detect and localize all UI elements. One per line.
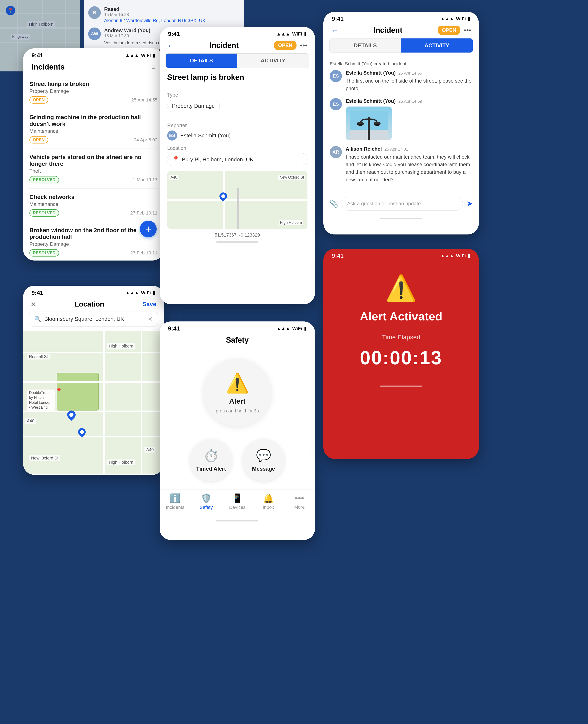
tab-devices-safety-label: Devices	[229, 505, 246, 510]
bg-chat-time1: 15 Mar 15:28	[104, 12, 205, 17]
incidents-title: Incidents	[31, 63, 65, 71]
status-bar-activity: 9:41 ▲▲▲ WiFi ▮	[323, 12, 479, 24]
alert-circle[interactable]: ⚠️ Alert press and hold for 3s	[204, 359, 271, 427]
activity-header: ← Incident OPEN •••	[323, 24, 479, 38]
back-button-activity[interactable]: ←	[331, 26, 338, 35]
location-pin-icon: 📍	[172, 156, 180, 163]
map-road-v2	[103, 331, 105, 474]
attachment-icon[interactable]: 📎	[329, 200, 338, 208]
battery-icon-4: ▮	[468, 16, 470, 22]
detail-body: Street lamp is broken Type Property Dama…	[160, 73, 315, 238]
road-label-a40-2: A40	[145, 447, 155, 453]
status-icons-5: ▲▲▲ WiFi ▮	[276, 326, 307, 331]
incident-item-1[interactable]: Street lamp is broken Property Damage OP…	[29, 76, 158, 109]
send-button[interactable]: ➤	[467, 199, 473, 208]
location-pin-secondary	[82, 436, 89, 443]
map-road-v3	[141, 331, 142, 474]
incident-type-1: Property Damage	[29, 88, 158, 94]
alert-elapsed-label: Time Elapsed	[382, 334, 420, 341]
tab-activity-active[interactable]: ACTIVITY	[401, 38, 473, 53]
type-label: Type	[167, 92, 308, 98]
incident-meta-5: RESOLVED 27 Feb 10:11	[29, 249, 158, 256]
incident-date-2: 24 Apr 8:02	[134, 137, 158, 143]
status-bar-location: 9:41 ▲▲▲ WiFi ▮	[23, 286, 164, 298]
alert-body: ⚠️ Alert Activated Time Elapsed 00:00:13	[323, 261, 479, 381]
message-icon: 💬	[256, 448, 271, 463]
timed-alert-button[interactable]: ⏱️ Timed Alert	[190, 439, 232, 481]
incident-item-2[interactable]: Grinding machine in the production hall …	[29, 109, 158, 149]
location-field-value: Bury Pl, Holborn, London, UK	[182, 156, 253, 163]
search-icon: 🔍	[34, 316, 41, 322]
status-icons-1: ▲▲▲ WiFi ▮	[125, 53, 155, 58]
incident-title-4: Check networks	[29, 194, 158, 201]
map-road-h4	[23, 436, 164, 437]
tab-more-safety[interactable]: ••• More	[284, 493, 315, 510]
msg-2-avatar: ES	[330, 98, 342, 110]
lamp-image	[346, 106, 392, 140]
incident-item-4[interactable]: Check networks Maintenance RESOLVED 27 F…	[29, 189, 158, 222]
back-button-detail[interactable]: ←	[167, 41, 174, 49]
phone-detail: 9:41 ▲▲▲ WiFi ▮ ← Incident OPEN ••• DETA…	[160, 27, 315, 304]
incident-item-5[interactable]: Broken window on the 2nd floor of the pr…	[29, 222, 158, 261]
message-button[interactable]: 💬 Message	[243, 439, 285, 481]
more-icon-activity[interactable]: •••	[464, 26, 471, 35]
road-label-oxford: New Oxford St	[29, 455, 60, 461]
status-time-4: 9:41	[332, 16, 343, 22]
location-pin-main	[71, 419, 80, 427]
battery-icon-3: ▮	[304, 31, 307, 37]
chat-input-field[interactable]: Ask a question or post an update	[342, 196, 463, 210]
tab-details-btn[interactable]: DETAILS	[166, 54, 237, 68]
msg-2-time: 25 Apr 14:59	[398, 99, 422, 104]
wifi-icon-2: WiFi	[141, 290, 151, 296]
more-icon-detail[interactable]: •••	[300, 41, 308, 49]
signal-icon-5: ▲▲▲	[276, 326, 290, 331]
msg-3-name: Allison Reichel	[346, 146, 382, 152]
status-icons-3: ▲▲▲ WiFi ▮	[276, 31, 307, 37]
save-button-location[interactable]: Save	[143, 301, 156, 308]
status-time-3: 9:41	[168, 31, 180, 37]
tab-inbox-safety[interactable]: 🔔 Inbox	[253, 493, 284, 510]
status-bar-incidents: 9:41 ▲▲▲ WiFi ▮	[23, 48, 164, 61]
status-time-6: 9:41	[332, 252, 343, 259]
tab-incidents-safety[interactable]: ℹ️ Incidents	[160, 493, 191, 510]
coords-text: 51.517367, -0.123329	[167, 232, 308, 238]
phone-location: 9:41 ▲▲▲ WiFi ▮ ✕ Location Save 🔍 Blooms…	[23, 286, 164, 475]
map-park-area	[57, 373, 99, 411]
reporter-name: Estella Schmitt (You)	[180, 132, 231, 139]
type-field: Property Damage	[167, 100, 308, 117]
bg-chat-user1: Raeed	[104, 6, 205, 12]
add-incident-button[interactable]: +	[140, 221, 157, 237]
svg-point-4	[357, 122, 363, 124]
incident-meta-3: RESOLVED 1 Mar 19:17	[29, 176, 158, 183]
alert-label: Alert	[229, 397, 245, 405]
wifi-icon-5: WiFi	[292, 326, 302, 331]
tab-activity-btn[interactable]: ACTIVITY	[237, 54, 309, 68]
hotel-label: DoubleTree by Hilton Hotel London - West…	[27, 390, 55, 411]
type-value: Property Damage	[167, 100, 220, 112]
location-search-bar[interactable]: 🔍 Bloomsbury Square, London, UK ✕	[29, 312, 158, 327]
signal-icon-6: ▲▲▲	[440, 253, 454, 258]
status-bar-detail: 9:41 ▲▲▲ WiFi ▮	[160, 27, 315, 39]
location-header: ✕ Location Save	[23, 298, 164, 312]
home-bar-5	[216, 520, 258, 521]
mini-map-detail: A40 High Holborn New Oxford St	[167, 171, 308, 229]
safety-actions: ⏱️ Timed Alert 💬 Message	[190, 439, 285, 481]
timed-alert-icon: ⏱️	[204, 448, 218, 463]
clear-icon[interactable]: ✕	[148, 315, 153, 323]
tab-inbox-safety-icon: 🔔	[263, 493, 274, 503]
tab-safety-active[interactable]: 🛡️ Safety	[191, 493, 222, 510]
status-bar-safety: 9:41 ▲▲▲ WiFi ▮	[160, 322, 315, 334]
tab-more-safety-icon: •••	[295, 493, 304, 503]
close-button-location[interactable]: ✕	[31, 300, 36, 308]
location-row: 📍 Bury Pl, Holborn, London, UK	[167, 153, 308, 166]
tab-switcher-detail: DETAILS ACTIVITY	[166, 54, 309, 68]
road-label-a40: A40	[25, 418, 36, 424]
created-msg: Estella Schmitt (You) created incident	[330, 61, 472, 67]
detail-title: Incident	[210, 41, 238, 50]
tab-devices-safety[interactable]: 📱 Devices	[222, 493, 253, 510]
incident-item-3[interactable]: Vehicle parts stored on the street are n…	[29, 149, 158, 189]
phone-incidents: 9:41 ▲▲▲ WiFi ▮ Incidents ≡ Street lamp …	[23, 48, 164, 261]
incident-date-4: 27 Feb 10:11	[130, 210, 158, 216]
tab-details-activity[interactable]: DETAILS	[330, 38, 401, 53]
filter-icon[interactable]: ≡	[151, 63, 155, 71]
